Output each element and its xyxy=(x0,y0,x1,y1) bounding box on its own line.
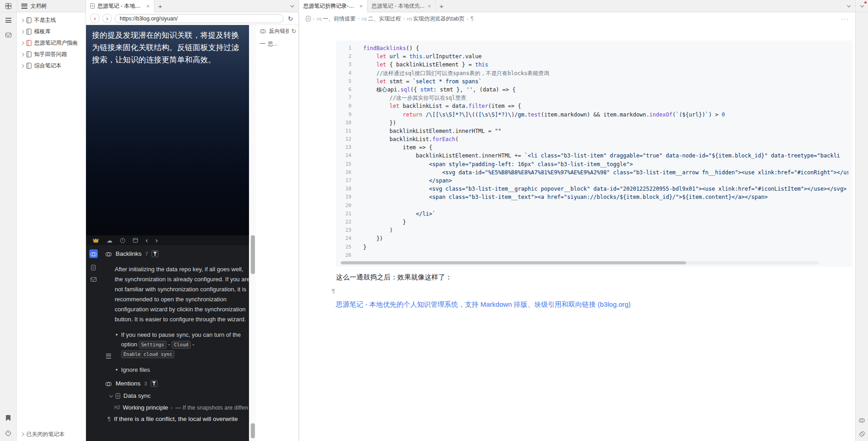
chevron-right-icon[interactable] xyxy=(21,53,24,56)
filetree-item[interactable]: 知乎回答问题 xyxy=(17,49,86,60)
code-text: </span> xyxy=(363,177,848,185)
chevron-down-icon xyxy=(290,4,294,7)
code-text xyxy=(363,202,848,210)
tag-icon[interactable] xyxy=(5,430,11,436)
link-dock-icon[interactable] xyxy=(858,431,865,436)
kbd-chip: Settings xyxy=(139,341,167,349)
new-tab-button[interactable]: + xyxy=(154,0,166,12)
code-text: let stmt = `select * from spans` xyxy=(363,77,848,86)
screenshot-body: Backlinks 7 After initializing the data … xyxy=(86,245,249,441)
breadcrumb-item[interactable]: H3实现仿浏览器的tab页 xyxy=(407,15,464,23)
closed-notebooks-row[interactable]: 已关闭的笔记本 xyxy=(17,429,86,440)
right-dock xyxy=(855,12,868,441)
code-text: } xyxy=(363,243,848,251)
paragraph-text[interactable]: 这么一通鼓捣之后：效果就像这样了： xyxy=(336,273,855,282)
left-dock xyxy=(0,12,17,441)
forward-button[interactable]: › xyxy=(102,14,112,23)
chevron-down-icon xyxy=(109,393,113,397)
breadcrumb-item[interactable]: ¶ xyxy=(471,15,473,22)
breadcrumb-item[interactable]: H2二、实现过程 xyxy=(362,15,401,23)
chevron-right-icon[interactable] xyxy=(21,65,24,67)
close-icon[interactable]: × xyxy=(427,3,431,9)
more-button[interactable]: ··· xyxy=(841,15,849,22)
refresh-icon[interactable]: ↻ xyxy=(286,15,294,22)
backlink-list-item[interactable]: — 思... xyxy=(256,40,299,48)
cloud-icon: ☁ xyxy=(107,238,112,243)
line-number: 24 xyxy=(340,234,351,243)
filetree-item[interactable]: 综合笔记本 xyxy=(17,60,86,71)
editor-panel: ›H1一、前情提要›H2二、实现过程›H3实现仿浏览器的tab页›¶ ··· 1… xyxy=(299,12,855,441)
mention-doc-label: Data sync xyxy=(123,392,151,399)
breadcrumb-item[interactable]: H1一、前情提要 xyxy=(317,15,356,23)
chevron-right-icon[interactable] xyxy=(21,19,24,22)
backlink-dock-active-icon xyxy=(89,249,98,258)
backlink-icon xyxy=(260,30,266,33)
filter-icon xyxy=(151,380,157,387)
inbox-icon[interactable] xyxy=(5,33,11,37)
document-icon[interactable] xyxy=(306,16,310,21)
crown-icon xyxy=(93,238,99,243)
code-block[interactable]: 1findBacklinks() {2 let url = this.urlIn… xyxy=(336,41,852,267)
backlink-dock-icon[interactable] xyxy=(859,419,865,422)
right-tab-strip: 思源笔记折腾记录-思源...×思源笔记 - 本地优先...× + xyxy=(299,0,855,12)
close-icon[interactable]: × xyxy=(359,3,363,9)
b3log-link[interactable]: 思源笔记 - 本地优先的个人知识管理系统，支持 Markdown 排版、块级引用… xyxy=(336,300,631,309)
chevron-down-icon[interactable] xyxy=(860,4,863,7)
workspace-corner xyxy=(0,0,17,12)
workspace-icon[interactable] xyxy=(5,3,11,9)
filetree-item[interactable]: 思源笔记用户指南 xyxy=(17,37,86,49)
new-tab-button[interactable]: + xyxy=(436,0,447,12)
right-dock-bottom xyxy=(858,418,865,436)
tab-browser-plugin[interactable]: 思源笔记 - 本地优先... × xyxy=(86,0,154,12)
crumb-separator: › xyxy=(171,405,173,411)
code-line: 25} xyxy=(340,243,848,251)
sync-paragraph: After initializing the data repo key, if… xyxy=(115,264,249,324)
siyuan-app: 文档树 思源笔记 - 本地优先... × + 思源笔记折腾记录-思源...×思源… xyxy=(0,0,868,441)
tab-menu-chevron[interactable] xyxy=(848,5,850,7)
tab-document[interactable]: 思源笔记 - 本地优先...× xyxy=(367,0,436,12)
line-number: 17 xyxy=(340,177,351,185)
code-line: 9 return /\[[\s\S]*?\]\(([\s\S]*?)\)/gm.… xyxy=(340,111,848,119)
line-number: 7 xyxy=(340,94,351,102)
kbd-chip: Cloud xyxy=(172,341,191,349)
code-hscrollbar-track xyxy=(340,261,818,264)
mention-paragraph-row: ¶ If there is a file conflict, the local… xyxy=(107,416,248,422)
close-icon[interactable]: × xyxy=(146,3,150,9)
code-line: 7 //这一步其实你可以在sql里查 xyxy=(340,94,848,102)
code-line: 13 item => { xyxy=(340,143,848,152)
tab-menu-chevron[interactable] xyxy=(291,5,294,7)
empty-paragraph-marker[interactable]: ¶ xyxy=(332,288,855,294)
chevron-right-icon[interactable] xyxy=(21,42,24,45)
code-lines: 1findBacklinks() {2 let url = this.urlIn… xyxy=(340,44,848,259)
refresh-icon[interactable]: ↻ xyxy=(291,28,296,35)
backlinks-header: Backlinks 7 xyxy=(105,249,248,259)
code-line: 8 let backlinkList = data.filter(item =>… xyxy=(340,102,848,110)
top-bar: 文档树 思源笔记 - 本地优先... × + 思源笔记折腾记录-思源...×思源… xyxy=(0,0,868,12)
back-button[interactable]: ‹ xyxy=(90,14,100,23)
backlink-panel-header: 反向链接 ↻ xyxy=(256,25,299,37)
url-input[interactable] xyxy=(115,14,284,23)
chevron-down-icon xyxy=(847,4,851,7)
code-line: 4 //这样通过sql接口我们可以查spans表的，不是只有blocks表能查询 xyxy=(340,69,848,77)
line-number: 19 xyxy=(340,193,351,201)
backlink-icon xyxy=(106,252,112,255)
chevron-right-icon[interactable] xyxy=(21,30,24,33)
bookmark-icon[interactable] xyxy=(6,415,10,421)
filetree-item[interactable]: 模板库 xyxy=(17,26,86,37)
line-number: 25 xyxy=(340,243,351,251)
code-text: } xyxy=(363,218,848,226)
doc-tree-dock-icon[interactable] xyxy=(5,18,11,23)
browser-scrollbar xyxy=(249,25,256,441)
heading-label: Working principle xyxy=(123,404,168,411)
filetree-dock-tab[interactable]: 文档树 xyxy=(17,0,86,12)
left-dock-top xyxy=(5,18,11,37)
crumb-separator: › xyxy=(358,16,360,21)
notebook-icon xyxy=(26,63,31,69)
scrollbar-thumb[interactable] xyxy=(251,423,255,438)
scrollbar-thumb[interactable] xyxy=(251,235,255,274)
line-number: 9 xyxy=(340,111,351,119)
filetree-item[interactable]: 不是主线 xyxy=(17,15,86,26)
line-number: 11 xyxy=(340,127,351,135)
code-hscrollbar-thumb[interactable] xyxy=(341,261,686,264)
tab-document[interactable]: 思源笔记折腾记录-思源...× xyxy=(299,0,367,12)
